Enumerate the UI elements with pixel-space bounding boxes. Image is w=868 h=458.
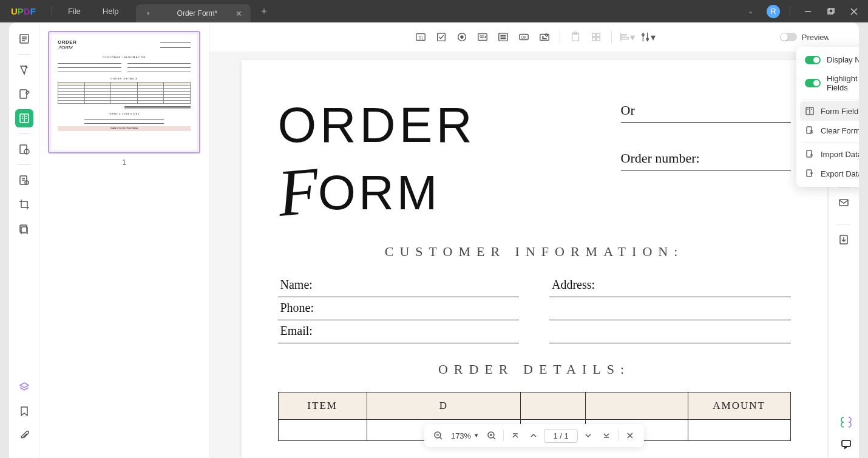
page-navigator: 173%▼ (424, 424, 644, 447)
window-minimize-icon[interactable] (800, 5, 816, 18)
document-tab[interactable]: ▾ Order Form* ✕ (136, 4, 251, 22)
radio-icon[interactable] (453, 28, 471, 46)
user-avatar[interactable]: R (767, 5, 780, 18)
separator (790, 6, 790, 17)
export-icon (805, 169, 815, 178)
th-item: ITEM (278, 392, 367, 420)
separator (838, 224, 850, 224)
separator (18, 54, 30, 55)
phone-field: Phone: (278, 297, 520, 320)
page-thumbnail[interactable]: ORDER𝓕ORM CUSTOMER INFORMATION ORDER DET… (48, 31, 200, 153)
app-logo: UPDF (0, 6, 47, 16)
toggle-on-icon[interactable] (805, 79, 821, 87)
order-number-field: Order number: (621, 150, 791, 170)
toggle-switch-icon[interactable] (780, 33, 797, 41)
svg-rect-2 (829, 8, 834, 13)
svg-line-69 (493, 437, 495, 439)
th-description: D (367, 392, 520, 420)
text-field-icon[interactable]: T| (412, 28, 430, 46)
preview-toggle[interactable]: Preview (780, 33, 830, 42)
attachment-icon[interactable] (15, 426, 33, 445)
svg-rect-46 (597, 38, 600, 41)
email-icon[interactable] (835, 194, 853, 212)
name-field: Name: (278, 274, 520, 297)
separator (618, 430, 619, 441)
th-price (585, 392, 688, 420)
svg-rect-45 (592, 38, 595, 41)
separator (802, 99, 859, 99)
window-maximize-icon[interactable] (823, 5, 839, 18)
svg-rect-43 (592, 33, 595, 36)
button-icon[interactable]: OK (515, 28, 533, 46)
form-tools-dropdown-icon[interactable]: ▾ (639, 28, 657, 46)
menu-export-data[interactable]: Export Data (.fdf) (800, 164, 859, 183)
menu-help[interactable]: Help (92, 7, 130, 16)
menu-form-recognition[interactable]: Form Field Recognition (800, 101, 859, 121)
svg-text:T|: T| (418, 35, 422, 41)
tool-edit-icon[interactable] (15, 85, 33, 103)
tool-form-icon[interactable] (15, 109, 33, 127)
thumbnail-page-number: 1 (48, 158, 200, 167)
separator (611, 31, 612, 43)
zoom-level[interactable]: 173%▼ (449, 431, 481, 440)
tab-close-icon[interactable]: ✕ (236, 9, 242, 18)
svg-point-29 (460, 35, 463, 38)
next-page-icon[interactable] (580, 428, 596, 443)
separator (838, 187, 850, 187)
tool-crop-icon[interactable] (15, 195, 33, 214)
clear-form-icon (805, 126, 815, 135)
ai-icon[interactable] (839, 416, 853, 429)
checkbox-icon[interactable] (432, 28, 450, 46)
document-page[interactable]: ORDER FORM Or Order number: CUSTOMER INF… (242, 60, 827, 458)
form-recognition-icon (805, 106, 815, 116)
separator (503, 430, 504, 441)
svg-rect-63 (807, 150, 812, 157)
svg-rect-84 (842, 440, 850, 446)
tab-dropdown-icon[interactable]: ▾ (144, 10, 153, 16)
align-icon (587, 28, 605, 46)
address-field-3 (549, 320, 791, 343)
menu-display-name[interactable]: Display Name (800, 50, 859, 69)
svg-rect-10 (20, 90, 27, 98)
customer-info-heading: CUSTOMER INFORMATION: (278, 244, 791, 260)
address-field: Address: (549, 274, 791, 297)
svg-rect-82 (839, 200, 848, 206)
toggle-on-icon[interactable] (805, 56, 821, 64)
tool-comment-icon[interactable] (15, 61, 33, 79)
last-page-icon[interactable] (598, 428, 614, 443)
signature-icon[interactable] (535, 28, 554, 46)
prev-page-icon[interactable] (526, 428, 541, 443)
zoom-out-icon[interactable] (430, 428, 446, 443)
order-date-field: Or (621, 103, 791, 123)
separator (52, 6, 52, 17)
menu-file[interactable]: File (57, 7, 92, 16)
svg-line-66 (440, 437, 442, 439)
dropdown-icon[interactable] (473, 28, 492, 46)
import-icon (805, 149, 815, 159)
tool-ocr-icon[interactable] (15, 171, 33, 189)
svg-rect-1 (828, 9, 833, 14)
close-nav-icon[interactable] (622, 428, 638, 443)
th-qty (520, 392, 585, 420)
bookmark-icon[interactable] (15, 402, 33, 420)
address-field-2 (549, 297, 791, 320)
menu-clear-form[interactable]: Clear Form (800, 121, 859, 140)
feedback-icon[interactable] (839, 437, 853, 451)
document-title: ORDER FORM (278, 96, 476, 226)
page-number-input[interactable] (544, 429, 578, 443)
new-tab-button[interactable]: ＋ (259, 5, 269, 18)
window-close-icon[interactable] (846, 5, 862, 18)
zoom-in-icon[interactable] (484, 428, 500, 443)
first-page-icon[interactable] (507, 428, 523, 443)
separator (802, 142, 859, 143)
tool-redact-icon[interactable] (15, 220, 33, 238)
listbox-icon[interactable] (494, 28, 512, 46)
tool-reader-icon[interactable] (15, 30, 33, 48)
titlebar-chevron-icon[interactable]: ⌄ (748, 7, 753, 15)
flatten-icon[interactable] (835, 231, 853, 249)
tool-organize-icon[interactable] (15, 140, 33, 158)
layers-icon[interactable] (15, 378, 33, 396)
menu-highlight-fields[interactable]: Highlight Existing Fields (800, 69, 859, 97)
menu-import-data[interactable]: Import Data (.fdf) (800, 144, 859, 164)
separator (560, 31, 560, 43)
